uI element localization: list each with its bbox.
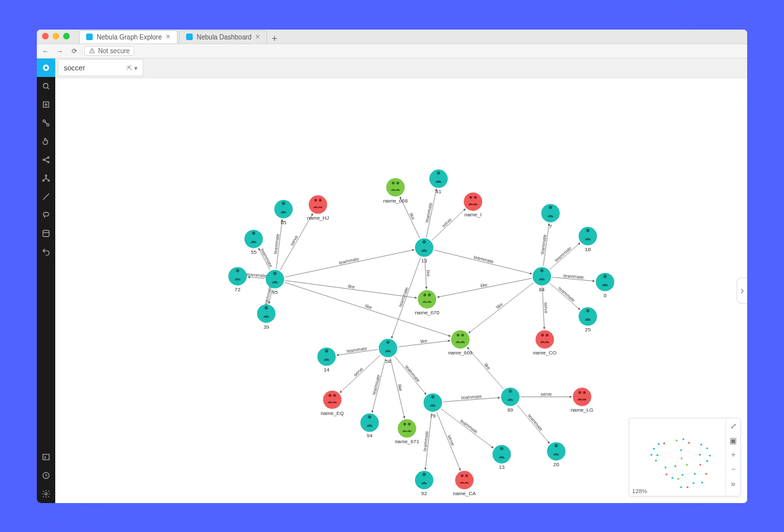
graph-node[interactable]: 0 [596,272,614,298]
node-label: 13 [422,258,428,264]
minimap-zoom-out-icon[interactable]: － [728,464,739,475]
svg-point-104 [681,473,683,475]
browser-window: Nebula Graph Explore × Nebula Dashboard … [37,30,747,503]
sidebar-console-icon[interactable] [37,448,55,466]
graph-node[interactable]: 13 [415,238,433,264]
sidebar-subgraph-icon[interactable] [37,114,55,132]
graph-node[interactable]: name_668 [383,178,408,203]
svg-line-70 [672,466,675,477]
graph-node[interactable]: 20 [547,442,566,468]
traffic-light-close[interactable] [42,33,49,39]
graph-edge[interactable] [467,347,503,389]
sidebar-hand-icon[interactable] [37,132,55,151]
minimap-zoom-in-icon[interactable]: ＋ [728,450,739,460]
graph-node[interactable]: 13 [493,445,511,470]
minimap-fit-icon[interactable]: ⤢ [728,421,739,431]
node-label: name_CO [533,349,556,355]
graph-edge[interactable] [437,278,532,297]
node-label: name_668 [383,197,408,203]
graph-node[interactable]: name_CO [533,330,556,356]
sidebar-lasso-icon[interactable] [37,206,55,224]
browser-tabs: Nebula Graph Explore × Nebula Dashboard … [79,30,280,43]
sidebar-search-icon[interactable] [37,77,55,95]
graph-node[interactable]: 7 [541,204,560,230]
graph-node[interactable]: 85 [274,200,293,226]
graph-node[interactable]: name_EQ [321,390,344,416]
browser-tab-active[interactable]: Nebula Graph Explore × [79,30,178,43]
graph-node[interactable]: 84 [533,267,551,293]
svg-point-93 [700,443,702,445]
sidebar-logo[interactable] [37,59,55,77]
graph-edge[interactable] [431,208,465,240]
edge-label: teammate [273,233,280,254]
traffic-light-minimize[interactable] [53,33,59,39]
space-selector[interactable]: soccer ⇱ ▾ [58,59,143,76]
svg-point-103 [677,477,679,479]
nav-forward-icon[interactable]: → [55,47,64,55]
sidebar-template-icon[interactable] [37,224,55,243]
svg-point-99 [674,465,676,467]
graph-node[interactable]: name_669 [448,330,472,356]
browser-tab-inactive[interactable]: Nebula Dashboard × [179,30,267,43]
graph-node[interactable]: 10 [579,227,597,253]
graph-edge[interactable] [285,249,414,277]
nav-reload-icon[interactable]: ⟳ [70,47,79,55]
edge-label: teammate [527,413,543,431]
graph-node[interactable]: 39 [257,304,276,329]
graph-node[interactable]: 89 [501,387,520,413]
sidebar-history-icon[interactable] [37,466,55,485]
traffic-light-zoom[interactable] [63,33,70,39]
graph-node[interactable]: 92 [415,471,433,496]
graph-edge[interactable] [468,282,533,333]
sidebar-import-icon[interactable] [37,95,55,114]
new-tab-button[interactable]: + [268,33,280,43]
svg-line-52 [657,455,681,458]
graph-edge[interactable] [550,243,580,269]
sidebar-edge-icon[interactable] [37,187,55,206]
graph-node[interactable]: 94 [360,413,379,439]
graph-node[interactable]: 79 [424,393,442,419]
node-label: name_EQ [321,410,344,416]
graph-node[interactable]: 25 [579,307,597,333]
node-label: 89 [507,407,513,413]
graph-node[interactable]: name_I [464,192,482,218]
graph-node[interactable]: name_CA [453,471,477,496]
graph-node[interactable]: name_HJ [307,195,330,221]
graph-node[interactable]: name_670 [415,290,440,316]
graph-edge[interactable] [517,404,550,443]
graph-node[interactable]: name_671 [395,419,419,445]
graph-node[interactable]: 14 [318,347,336,373]
tab-close-icon[interactable]: × [255,32,260,41]
minimap-canvas[interactable]: 128% [629,418,725,496]
sidebar-settings-icon[interactable] [37,485,55,503]
security-indicator[interactable]: Not secure [84,46,134,56]
tab-title: Nebula Graph Explore [97,34,162,41]
minimap-collapse-icon[interactable]: » [728,479,739,489]
graph-node[interactable]: 41 [429,169,448,195]
graph-node[interactable]: 72 [228,267,247,293]
svg-line-62 [700,454,707,461]
graph-node[interactable]: name_LG [571,387,593,413]
node-label: name_CA [453,490,477,496]
nav-back-icon[interactable]: ← [41,47,50,55]
graph-node[interactable]: 58 [379,339,397,364]
svg-point-85 [655,460,657,462]
svg-point-101 [666,473,668,475]
pin-icon: ⇱ ▾ [127,64,137,72]
minimap-fullscreen-icon[interactable]: ▣ [728,435,739,446]
graph-edge[interactable] [550,283,580,309]
graph-edge[interactable] [285,280,417,297]
tab-close-icon[interactable]: × [166,32,170,41]
svg-line-68 [666,466,675,467]
graph-edge[interactable] [434,250,531,274]
node-label: 7 [549,223,552,229]
sidebar-undo-icon[interactable] [37,243,55,261]
svg-line-51 [657,443,664,455]
sidebar-share-icon[interactable] [37,151,55,169]
right-panel-expand[interactable]: › [737,278,747,304]
svg-point-27 [418,290,436,308]
svg-rect-14 [43,454,49,459]
node-label: name_669 [448,349,472,355]
sidebar-network-icon[interactable] [37,169,55,187]
graph-canvas[interactable]: teammateteammateteammateteammateservelik… [55,78,747,503]
